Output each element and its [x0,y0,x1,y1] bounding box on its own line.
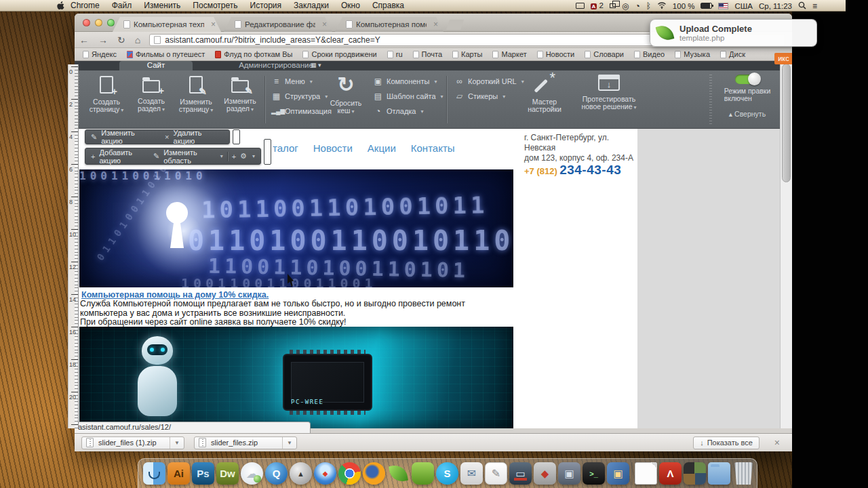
create-page-button[interactable]: + Создать страницу▾ [85,76,127,114]
quicktime-icon[interactable]: Q [265,462,288,485]
app-window-icon[interactable] [576,3,585,9]
document-icon[interactable] [635,462,657,485]
bookmark-item[interactable]: Словари [585,50,624,58]
tab-3[interactable]: Компьютерная помощь н × [335,17,443,32]
trash-icon[interactable] [732,462,755,485]
time-machine-icon[interactable]: ◔ [635,2,639,10]
home-button[interactable]: ⌂ [130,33,145,47]
components-button[interactable]: ▣ Компоненты▾ [373,76,443,87]
bookmark-item[interactable]: ru [387,50,403,58]
reset-cache-button[interactable]: ↻ Сброситькеш▾ [324,75,368,115]
tab-close-icon[interactable]: × [322,20,327,29]
menubar-item[interactable]: История [244,1,288,10]
download-item[interactable]: slider_files (1).zip ▼ [81,436,184,449]
upload-notification[interactable]: Upload Complete template.php [650,19,817,47]
menubar-item[interactable]: Закладки [288,1,335,10]
skype-icon[interactable]: S [436,462,458,485]
firefox-icon[interactable] [363,462,385,485]
layers-icon[interactable] [610,3,616,8]
menubar-item[interactable]: Chrome [64,1,106,10]
dock-divider[interactable] [631,462,633,485]
edit-area-button[interactable]: Изменить область [163,148,215,165]
download-item[interactable]: slider_files.zip ▼ [194,436,297,449]
collapse-panel-button[interactable]: ▴ Свернуть [729,110,766,118]
photos-collage-icon[interactable] [684,462,706,485]
optimization-button[interactable]: ▂▄▆ Оптимизация [271,106,332,117]
reload-button[interactable]: ↻ [113,33,130,47]
close-shelf-icon[interactable]: × [769,437,785,448]
download-options-icon[interactable]: ▼ [282,437,292,449]
menu-button[interactable]: ≡ Меню▾ [271,76,332,87]
screen-ruler[interactable]: 02468101214161820 [68,64,79,428]
minimize-window-button[interactable] [95,19,102,26]
bookmark-item[interactable]: Карты [452,50,482,58]
context-bar-handle[interactable] [233,129,240,144]
adobe-status-icon[interactable]: A 2 [591,1,604,10]
bookmark-item[interactable]: Видео [634,50,665,58]
short-url-button[interactable]: ∞ Короткий URL▾ [454,76,524,87]
edit-page-button[interactable]: ✎ Изменить страницу▾ [175,76,217,114]
stickers-button[interactable]: ▱ Стикеры▾ [454,91,524,102]
tab-close-icon[interactable]: × [211,20,216,29]
tab-close-icon[interactable]: × [433,20,438,29]
delete-action-button[interactable]: Удалить акцию [174,129,224,145]
spotlight-icon[interactable] [798,1,806,11]
zoom-window-button[interactable] [107,19,115,26]
scrollbar-thumb[interactable] [782,64,791,182]
site-template-button[interactable]: ▤ Шаблон сайта▾ [373,91,443,102]
chrome-icon[interactable] [338,462,361,485]
nav-link[interactable]: Контакты [411,142,455,154]
add-action-button[interactable]: Добавить акцию [99,148,145,165]
vertical-scrollbar[interactable] [780,61,792,428]
menubar-item[interactable]: Изменить [138,1,186,10]
bitrix-tab-admin[interactable]: Администрирование [198,61,354,70]
input-language-flag-icon[interactable] [718,3,728,9]
menubar-clock[interactable]: Ср, 11:23 [759,2,792,10]
dreamweaver-icon[interactable]: Dw [216,462,239,485]
debug-button[interactable]: ◔ Отладка▾ [373,106,443,117]
forward-button[interactable]: → [94,33,113,47]
gear-icon[interactable]: ⚙ [240,152,247,161]
context-bar-handle[interactable] [264,139,271,165]
opera-status-icon[interactable]: ◎ [622,2,629,10]
apple-logo-icon[interactable] [57,1,64,10]
downloads-folder-icon[interactable] [708,462,730,485]
bookmark-item[interactable]: Сроки продвижени [302,50,376,58]
adobe-reader-icon[interactable]: Λ [659,462,682,485]
edit-action-button[interactable]: Изменить акцию [101,129,157,145]
menubar-item[interactable]: Справка [366,1,410,10]
toolbar-grip[interactable] [709,75,712,125]
menubar-item[interactable]: Посмотреть [186,1,243,10]
safari-icon[interactable]: ◆ [314,462,336,485]
nav-link[interactable]: Новости [313,142,353,154]
mail-icon[interactable]: ✉ [460,462,483,485]
bookmark-item[interactable]: Яндекс [83,50,117,58]
remote-desktop-icon[interactable]: ▭ [509,462,532,485]
battery-icon[interactable] [701,3,712,9]
edit-section-button[interactable]: ✎ Изменить раздел▾ [220,76,260,113]
create-section-button[interactable]: + Создать раздел▾ [130,76,172,113]
bookmark-item[interactable]: Диск [720,50,745,58]
bookmark-item[interactable]: Флуд по фоткам Вы [215,50,292,58]
tab-active[interactable]: Компьютерная техподде × [113,17,221,32]
bookmark-item[interactable]: Почта [413,50,443,58]
input-language-label[interactable]: США [734,2,753,10]
back-button[interactable]: ← [75,33,94,47]
close-window-button[interactable] [83,19,90,26]
new-tab-button[interactable] [446,20,464,30]
test-solution-button[interactable]: Протестироватьновое решение▾ [576,75,642,111]
menubar-item[interactable]: Файл [106,1,138,10]
promo-banner-binary[interactable]: 1011001101001011011010011001011011001101… [79,169,513,287]
photoshop-icon[interactable]: Ps [192,462,214,485]
launchpad-icon[interactable]: ▲ [290,462,312,485]
terminal-icon[interactable]: >_ [583,462,605,485]
toolbox-icon[interactable]: ▣ [607,462,629,485]
show-all-downloads-button[interactable]: ↓ Показать все [693,436,760,449]
promo-link[interactable]: Компьютерная помощь на дому 10% скидка. [81,290,269,300]
vmware-icon[interactable]: ◆ [534,462,556,485]
bitrix-tab-site[interactable]: Сайт [119,61,193,70]
structure-button[interactable]: ▦ Структура▾ [271,91,332,102]
tab-2[interactable]: Редактирование файла "т × [224,17,332,32]
bookmark-item[interactable]: Маркет [492,50,526,58]
cloud-app-icon[interactable]: ☁ [241,462,263,485]
